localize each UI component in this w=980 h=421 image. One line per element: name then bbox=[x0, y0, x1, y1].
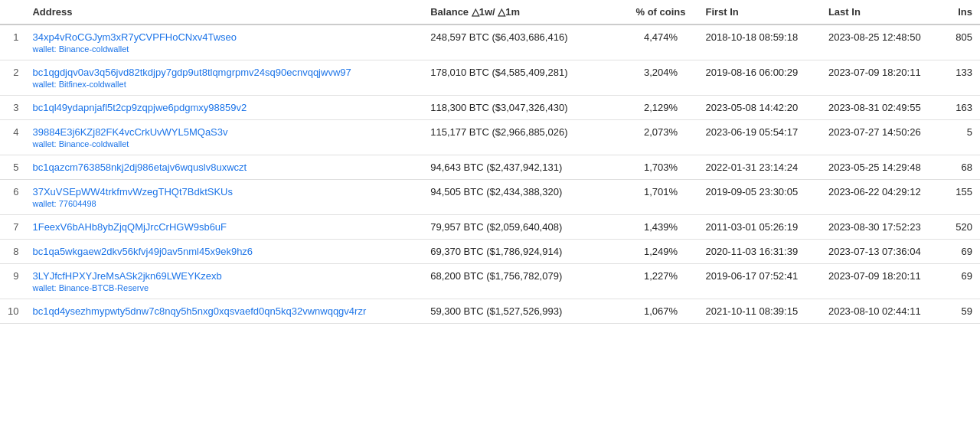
col-header-balance: Balance △1w/ △1m bbox=[423, 0, 623, 24]
row-number: 6 bbox=[0, 180, 24, 215]
wallet-label: wallet: Binance-BTCB-Reserve bbox=[32, 283, 415, 292]
address-link[interactable]: bc1qa5wkgaew2dkv56kfvj49j0av5nml45x9ek9h… bbox=[32, 246, 253, 257]
ins-cell: 155 bbox=[943, 180, 980, 215]
address-link[interactable]: bc1qd4ysezhmypwty5dnw7c8nqy5h5nxg0xqsvae… bbox=[32, 305, 366, 317]
pct-cell: 1,439% bbox=[624, 215, 698, 240]
pct-cell: 1,703% bbox=[624, 155, 698, 180]
col-header-num bbox=[0, 0, 24, 24]
ins-cell: 59 bbox=[943, 299, 980, 324]
lastin-cell: 2023-05-25 14:29:48 bbox=[821, 155, 943, 180]
row-number: 4 bbox=[0, 120, 24, 155]
balance-cell: 69,370 BTC ($1,786,924,914) bbox=[423, 240, 623, 264]
firstin-cell: 2019-09-05 23:30:05 bbox=[697, 180, 820, 215]
row-number: 9 bbox=[0, 264, 24, 299]
ins-cell: 68 bbox=[943, 155, 980, 180]
balance-cell: 248,597 BTC ($6,403,686,416) bbox=[423, 24, 623, 60]
table-row: 637XuVSEpWW4trkfmvWzegTHQt7BdktSKUswalle… bbox=[0, 180, 980, 215]
row-number: 2 bbox=[0, 60, 24, 96]
pct-cell: 2,129% bbox=[624, 96, 698, 120]
ins-cell: 5 bbox=[943, 120, 980, 155]
lastin-cell: 2023-07-09 18:20:11 bbox=[821, 264, 943, 299]
balance-cell: 68,200 BTC ($1,756,782,079) bbox=[423, 264, 623, 299]
ins-cell: 520 bbox=[943, 215, 980, 240]
lastin-cell: 2023-07-27 14:50:26 bbox=[821, 120, 943, 155]
col-header-address: Address bbox=[24, 0, 423, 24]
address-cell: bc1qd4ysezhmypwty5dnw7c8nqy5h5nxg0xqsvae… bbox=[24, 299, 423, 324]
address-cell: bc1qa5wkgaew2dkv56kfvj49j0av5nml45x9ek9h… bbox=[24, 240, 423, 264]
pct-cell: 1,067% bbox=[624, 299, 698, 324]
address-cell: bc1qazcm763858nkj2dj986etajv6wquslv8uxwc… bbox=[24, 155, 423, 180]
table-row: 8bc1qa5wkgaew2dkv56kfvj49j0av5nml45x9ek9… bbox=[0, 240, 980, 264]
table-row: 3bc1ql49ydapnjafl5t2cp9zqpjwe6pdgmxy9885… bbox=[0, 96, 980, 120]
lastin-cell: 2023-08-30 17:52:23 bbox=[821, 215, 943, 240]
table-row: 2bc1qgdjqv0av3q56jvd82tkdjpy7gdp9ut8tlqm… bbox=[0, 60, 980, 96]
pct-cell: 2,073% bbox=[624, 120, 698, 155]
row-number: 5 bbox=[0, 155, 24, 180]
firstin-cell: 2019-06-17 07:52:41 bbox=[697, 264, 820, 299]
row-number: 10 bbox=[0, 299, 24, 324]
address-link[interactable]: bc1qazcm763858nkj2dj986etajv6wquslv8uxwc… bbox=[32, 162, 247, 173]
pct-cell: 1,249% bbox=[624, 240, 698, 264]
pct-cell: 4,474% bbox=[624, 24, 698, 60]
lastin-cell: 2023-07-09 18:20:11 bbox=[821, 60, 943, 96]
richlist-table-container: Address Balance △1w/ △1m % of coins Firs… bbox=[0, 0, 980, 324]
wallet-label: wallet: Binance-coldwallet bbox=[32, 44, 415, 54]
lastin-cell: 2023-08-25 12:48:50 bbox=[821, 24, 943, 60]
row-number: 1 bbox=[0, 24, 24, 60]
balance-cell: 59,300 BTC ($1,527,526,993) bbox=[423, 299, 623, 324]
table-row: 93LYJfcfHPXYJreMsASk2jkn69LWEYKzexbwalle… bbox=[0, 264, 980, 299]
lastin-cell: 2023-08-31 02:49:55 bbox=[821, 96, 943, 120]
ins-cell: 163 bbox=[943, 96, 980, 120]
address-cell: 39884E3j6KZj82FK4vcCrkUvWYL5MQaS3vwallet… bbox=[24, 120, 423, 155]
balance-cell: 79,957 BTC ($2,059,640,408) bbox=[423, 215, 623, 240]
firstin-cell: 2011-03-01 05:26:19 bbox=[697, 215, 820, 240]
balance-cell: 118,300 BTC ($3,047,326,430) bbox=[423, 96, 623, 120]
firstin-cell: 2021-10-11 08:39:15 bbox=[697, 299, 820, 324]
address-cell: bc1qgdjqv0av3q56jvd82tkdjpy7gdp9ut8tlqmg… bbox=[24, 60, 423, 96]
wallet-label: wallet: 77604498 bbox=[32, 199, 415, 208]
lastin-cell: 2023-08-10 02:44:11 bbox=[821, 299, 943, 324]
ins-cell: 69 bbox=[943, 240, 980, 264]
wallet-label: wallet: Bitfinex-coldwallet bbox=[32, 80, 415, 89]
address-cell: 34xp4vRoCGJym3xR7yCVPFHoCNxv4Twseowallet… bbox=[24, 24, 423, 60]
table-row: 134xp4vRoCGJym3xR7yCVPFHoCNxv4Twseowalle… bbox=[0, 24, 980, 60]
address-link[interactable]: 1FeexV6bAHb8ybZjqQMjJrcCrHGW9sb6uF bbox=[32, 221, 227, 233]
table-row: 439884E3j6KZj82FK4vcCrkUvWYL5MQaS3vwalle… bbox=[0, 120, 980, 155]
col-header-pct: % of coins bbox=[624, 0, 698, 24]
lastin-cell: 2023-07-13 07:36:04 bbox=[821, 240, 943, 264]
table-row: 5bc1qazcm763858nkj2dj986etajv6wquslv8uxw… bbox=[0, 155, 980, 180]
col-header-lastin: Last In bbox=[821, 0, 943, 24]
richlist-table: Address Balance △1w/ △1m % of coins Firs… bbox=[0, 0, 980, 324]
firstin-cell: 2023-06-19 05:54:17 bbox=[697, 120, 820, 155]
table-row: 10bc1qd4ysezhmypwty5dnw7c8nqy5h5nxg0xqsv… bbox=[0, 299, 980, 324]
address-cell: 3LYJfcfHPXYJreMsASk2jkn69LWEYKzexbwallet… bbox=[24, 264, 423, 299]
address-link[interactable]: 3LYJfcfHPXYJreMsASk2jkn69LWEYKzexb bbox=[32, 270, 221, 282]
wallet-label: wallet: Binance-coldwallet bbox=[32, 139, 415, 148]
col-header-firstin: First In bbox=[697, 0, 820, 24]
ins-cell: 805 bbox=[943, 24, 980, 60]
firstin-cell: 2019-08-16 06:00:29 bbox=[697, 60, 820, 96]
lastin-cell: 2023-06-22 04:29:12 bbox=[821, 180, 943, 215]
row-number: 7 bbox=[0, 215, 24, 240]
address-link[interactable]: 37XuVSEpWW4trkfmvWzegTHQt7BdktSKUs bbox=[32, 186, 233, 197]
address-link[interactable]: 34xp4vRoCGJym3xR7yCVPFHoCNxv4Twseo bbox=[32, 31, 237, 43]
address-cell: 37XuVSEpWW4trkfmvWzegTHQt7BdktSKUswallet… bbox=[24, 180, 423, 215]
row-number: 8 bbox=[0, 240, 24, 264]
address-link[interactable]: bc1ql49ydapnjafl5t2cp9zqpjwe6pdgmxy98859… bbox=[32, 102, 247, 113]
ins-cell: 133 bbox=[943, 60, 980, 96]
address-cell: bc1ql49ydapnjafl5t2cp9zqpjwe6pdgmxy98859… bbox=[24, 96, 423, 120]
address-cell: 1FeexV6bAHb8ybZjqQMjJrcCrHGW9sb6uF bbox=[24, 215, 423, 240]
balance-cell: 94,643 BTC ($2,437,942,131) bbox=[423, 155, 623, 180]
firstin-cell: 2022-01-31 23:14:24 bbox=[697, 155, 820, 180]
pct-cell: 1,227% bbox=[624, 264, 698, 299]
firstin-cell: 2018-10-18 08:59:18 bbox=[697, 24, 820, 60]
pct-cell: 3,204% bbox=[624, 60, 698, 96]
firstin-cell: 2023-05-08 14:42:20 bbox=[697, 96, 820, 120]
col-header-ins: Ins bbox=[943, 0, 980, 24]
ins-cell: 69 bbox=[943, 264, 980, 299]
balance-cell: 94,505 BTC ($2,434,388,320) bbox=[423, 180, 623, 215]
balance-cell: 178,010 BTC ($4,585,409,281) bbox=[423, 60, 623, 96]
balance-cell: 115,177 BTC ($2,966,885,026) bbox=[423, 120, 623, 155]
address-link[interactable]: 39884E3j6KZj82FK4vcCrkUvWYL5MQaS3v bbox=[32, 126, 227, 138]
address-link[interactable]: bc1qgdjqv0av3q56jvd82tkdjpy7gdp9ut8tlqmg… bbox=[32, 67, 351, 78]
